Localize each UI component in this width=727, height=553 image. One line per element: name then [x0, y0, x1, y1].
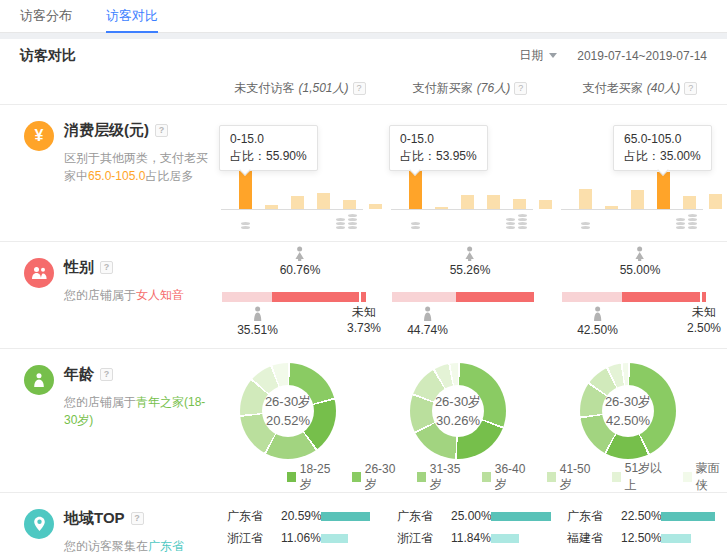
date-filter-label[interactable]: 日期: [519, 47, 543, 64]
consumption-chart[interactable]: 0-15.0占比：55.90%: [215, 105, 385, 241]
female-share-label: 55.00%: [620, 246, 661, 278]
x-axis: [221, 209, 363, 210]
gender-bar-female[interactable]: [456, 292, 534, 302]
consumption-bar[interactable]: [461, 195, 474, 209]
consumption-bar[interactable]: [513, 199, 526, 209]
help-icon[interactable]: ?: [131, 512, 144, 525]
region-bar[interactable]: [661, 534, 691, 543]
unknown-label: 未知: [687, 304, 721, 320]
region-bar[interactable]: [491, 534, 519, 543]
gender-bar-unknown[interactable]: [702, 292, 706, 302]
consumption-bar[interactable]: [343, 200, 356, 209]
consumption-chart[interactable]: 0-15.0占比：53.95%: [385, 105, 555, 241]
legend-item[interactable]: 18-25岁: [287, 462, 337, 493]
gender-bar-male[interactable]: [222, 292, 272, 302]
column-name: 支付新买家: [413, 80, 473, 97]
gender-bar-male[interactable]: [392, 292, 456, 302]
region-pct: 12.50%: [621, 531, 661, 545]
gender-chart[interactable]: 55.26%44.74%: [385, 242, 555, 348]
legend-swatch: [417, 472, 426, 482]
chart-tooltip: 65.0-105.0占比：35.00%: [613, 125, 712, 171]
gender-bar-female[interactable]: [622, 292, 700, 302]
legend-label: 18-25岁: [300, 462, 337, 493]
legend-item[interactable]: 51岁以上: [612, 460, 668, 494]
row-gender: 性别 ? 您的店铺属于女人知音 60.76%35.51%未知3.73%55.26…: [0, 242, 727, 349]
region-bar[interactable]: [321, 512, 370, 521]
row-title-gender: 性别: [64, 258, 94, 277]
age-donut[interactable]: 26-30岁20.52%: [240, 363, 336, 459]
chevron-down-icon[interactable]: [549, 53, 557, 58]
region-row: 广东省25.00%: [385, 505, 555, 527]
gender-bar-unknown[interactable]: [361, 292, 366, 302]
gender-chart[interactable]: 55.00%42.50%未知2.50%: [555, 242, 725, 348]
donut-center-category: 26-30岁: [435, 392, 481, 411]
legend-swatch: [612, 472, 621, 482]
tab-visitor-distribution[interactable]: 访客分布: [20, 0, 72, 33]
region-pct: 22.50%: [621, 509, 661, 523]
legend-label: 51岁以上: [625, 460, 668, 494]
consumption-bar[interactable]: [291, 196, 304, 209]
region-chart[interactable]: 广东省25.00%浙江省11.84%: [385, 493, 555, 553]
row-consumption-level: ¥ 消费层级(元) ? 区别于其他两类，支付老买家中65.0-105.0占比居多…: [0, 105, 727, 242]
help-icon[interactable]: ?: [514, 82, 527, 95]
unknown-label: 未知: [347, 304, 381, 320]
age-donut[interactable]: 26-30岁30.26%: [410, 363, 506, 459]
consumption-bar[interactable]: [579, 189, 592, 209]
column-count: (40人): [647, 80, 680, 97]
bar-group: [579, 172, 725, 210]
row-desc-region: 您的访客聚集在广东省: [64, 537, 216, 553]
column-count: (1,501人): [298, 80, 348, 97]
gender-bar-female[interactable]: [272, 292, 358, 302]
help-icon[interactable]: ?: [684, 82, 697, 95]
gender-bar-male[interactable]: [562, 292, 622, 302]
legend-item[interactable]: 36-40岁: [482, 462, 532, 493]
date-range-value[interactable]: 2019-07-14~2019-07-14: [577, 49, 707, 63]
row-desc-age: 您的店铺属于青年之家(18-30岁): [64, 393, 216, 429]
age-donut[interactable]: 26-30岁42.50%: [580, 363, 676, 459]
consumption-bar[interactable]: [369, 204, 382, 209]
region-pct: 11.06%: [281, 531, 321, 545]
coins-low-icon: [241, 222, 250, 229]
unknown-pct: 2.50%: [687, 320, 721, 336]
female-pct: 55.26%: [450, 263, 491, 277]
help-icon[interactable]: ?: [155, 124, 168, 137]
region-bar[interactable]: [321, 534, 348, 543]
legend-swatch: [683, 472, 692, 482]
region-bar[interactable]: [491, 512, 551, 521]
legend-item[interactable]: 蒙面侠: [683, 460, 727, 494]
male-pct: 44.74%: [407, 323, 448, 337]
consumption-chart[interactable]: 65.0-105.0占比：35.00%: [555, 105, 725, 241]
consumption-bar[interactable]: [539, 200, 552, 209]
help-icon[interactable]: ?: [100, 368, 113, 381]
tab-visitor-compare[interactable]: 访客对比: [106, 0, 158, 33]
age-chart[interactable]: 26-30岁42.50%: [555, 349, 725, 462]
gender-chart[interactable]: 60.76%35.51%未知3.73%: [215, 242, 385, 348]
age-chart[interactable]: 26-30岁30.26%: [385, 349, 555, 462]
consumption-bar[interactable]: [683, 196, 696, 209]
consumption-bar[interactable]: [657, 172, 670, 210]
help-icon[interactable]: ?: [353, 82, 366, 95]
row-region-top: 地域TOP ? 您的访客聚集在广东省 广东省20.59%浙江省11.06%广东省…: [0, 493, 727, 553]
legend-item[interactable]: 31-35岁: [417, 462, 467, 493]
region-row: 福建省12.50%: [555, 527, 725, 549]
legend-item[interactable]: 41-50岁: [547, 462, 597, 493]
coins-low-icon: [411, 222, 420, 229]
chart-tooltip: 0-15.0占比：55.90%: [219, 125, 318, 171]
region-chart[interactable]: 广东省22.50%福建省12.50%: [555, 493, 725, 553]
donut-center-pct: 20.52%: [266, 411, 310, 430]
consumption-bar[interactable]: [317, 193, 330, 209]
age-chart[interactable]: 26-30岁20.52%: [215, 349, 385, 462]
region-name: 广东省: [567, 508, 621, 525]
consumption-bar[interactable]: [487, 195, 500, 209]
gender-bar: [392, 292, 538, 302]
region-bar[interactable]: [661, 512, 715, 521]
help-icon[interactable]: ?: [100, 261, 113, 274]
consumption-bar[interactable]: [631, 190, 644, 209]
legend-swatch: [547, 472, 556, 482]
consumption-bar[interactable]: [709, 194, 722, 209]
region-name: 浙江省: [227, 530, 281, 547]
region-chart[interactable]: 广东省20.59%浙江省11.06%: [215, 493, 385, 553]
legend-item[interactable]: 26-30岁: [352, 462, 402, 493]
region-pct: 20.59%: [281, 509, 321, 523]
gender-cells: 60.76%35.51%未知3.73%55.26%44.74%55.00%42.…: [215, 242, 725, 348]
